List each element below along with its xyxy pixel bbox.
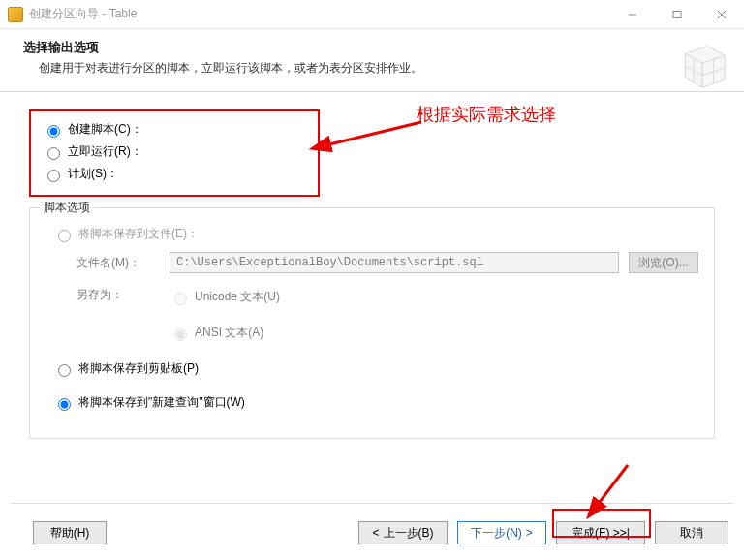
- filename-label: 文件名(M)：: [77, 255, 170, 271]
- titlebar: 创建分区向导 - Table: [0, 0, 744, 29]
- window-title: 创建分区向导 - Table: [29, 6, 610, 22]
- label-unicode: Unicode 文本(U): [195, 289, 280, 305]
- label-save-to-new-query: 将脚本保存到"新建查询"窗口(W): [78, 394, 245, 411]
- next-button[interactable]: 下一步(N) >: [457, 521, 546, 544]
- option-schedule[interactable]: 计划(S)：: [43, 166, 719, 182]
- label-schedule: 计划(S)：: [68, 166, 118, 182]
- radio-save-to-file[interactable]: [58, 230, 71, 242]
- radio-schedule[interactable]: [47, 170, 60, 182]
- cancel-button[interactable]: 取消: [655, 521, 728, 544]
- svg-line-12: [597, 465, 628, 506]
- filename-row: 文件名(M)： 浏览(O)...: [77, 252, 698, 273]
- app-icon: [8, 7, 23, 22]
- wizard-header: 选择输出选项 创建用于对表进行分区的脚本，立即运行该脚本，或者为表分区安排作业。: [0, 29, 744, 91]
- option-save-to-new-query[interactable]: 将脚本保存到"新建查询"窗口(W): [53, 394, 698, 411]
- option-ansi[interactable]: ANSI 文本(A): [170, 325, 280, 341]
- option-save-to-file[interactable]: 将脚本保存到文件(E)：: [53, 226, 698, 242]
- annotation-arrow-finish: [589, 463, 637, 512]
- back-button[interactable]: < 上一步(B): [358, 521, 448, 544]
- help-button[interactable]: 帮助(H): [33, 521, 107, 544]
- save-as-label: 另存为：: [77, 283, 170, 347]
- option-create-script[interactable]: 创建脚本(C)：: [43, 121, 719, 138]
- script-options-fieldset: 脚本选项 将脚本保存到文件(E)： 文件名(M)： 浏览(O)... 另存为：: [29, 207, 715, 439]
- option-unicode[interactable]: Unicode 文本(U): [170, 289, 280, 305]
- window-controls: [610, 0, 744, 29]
- label-create-script: 创建脚本(C)：: [68, 121, 142, 138]
- option-run-now[interactable]: 立即运行(R)：: [43, 143, 719, 160]
- radio-save-to-clipboard[interactable]: [58, 364, 71, 377]
- save-as-row: 另存为： Unicode 文本(U) ANSI 文本(A): [77, 283, 698, 347]
- back-button-label: 上一步(B): [384, 525, 434, 542]
- maximize-button[interactable]: [655, 0, 699, 29]
- divider: [11, 503, 733, 504]
- decorative-cube-icon: [670, 35, 730, 95]
- page-subtitle: 创建用于对表进行分区的脚本，立即运行该脚本，或者为表分区安排作业。: [39, 60, 721, 77]
- svg-rect-1: [673, 11, 681, 17]
- finish-button[interactable]: 完成(F) >>|: [556, 521, 645, 544]
- next-button-label: 下一步(N): [471, 525, 522, 542]
- filename-input[interactable]: [170, 252, 619, 273]
- label-ansi: ANSI 文本(A): [195, 325, 264, 341]
- label-save-to-file: 将脚本保存到文件(E)：: [78, 226, 199, 242]
- output-option-group: 创建脚本(C)： 立即运行(R)： 计划(S)：: [25, 106, 719, 207]
- script-options-legend: 脚本选项: [40, 200, 94, 216]
- label-run-now: 立即运行(R)：: [68, 143, 142, 160]
- chevron-right-icon: >: [526, 526, 533, 540]
- button-bar: 帮助(H) < 上一步(B) 下一步(N) > 完成(F) >>| 取消: [0, 512, 744, 560]
- label-save-to-clipboard: 将脚本保存到剪贴板(P): [78, 360, 199, 377]
- radio-save-to-new-query[interactable]: [58, 398, 71, 411]
- close-button[interactable]: [699, 0, 744, 29]
- content-area: 创建脚本(C)： 立即运行(R)： 计划(S)： 脚本选项 将脚本保存到文件(E…: [0, 92, 744, 439]
- radio-run-now[interactable]: [47, 147, 60, 160]
- browse-button[interactable]: 浏览(O)...: [629, 252, 698, 273]
- page-title: 选择输出选项: [23, 39, 721, 56]
- chevron-left-icon: <: [372, 526, 379, 540]
- radio-ansi[interactable]: [174, 328, 187, 341]
- radio-create-script[interactable]: [47, 125, 60, 138]
- option-save-to-clipboard[interactable]: 将脚本保存到剪贴板(P): [53, 360, 698, 377]
- minimize-button[interactable]: [610, 0, 655, 29]
- radio-unicode[interactable]: [174, 293, 187, 305]
